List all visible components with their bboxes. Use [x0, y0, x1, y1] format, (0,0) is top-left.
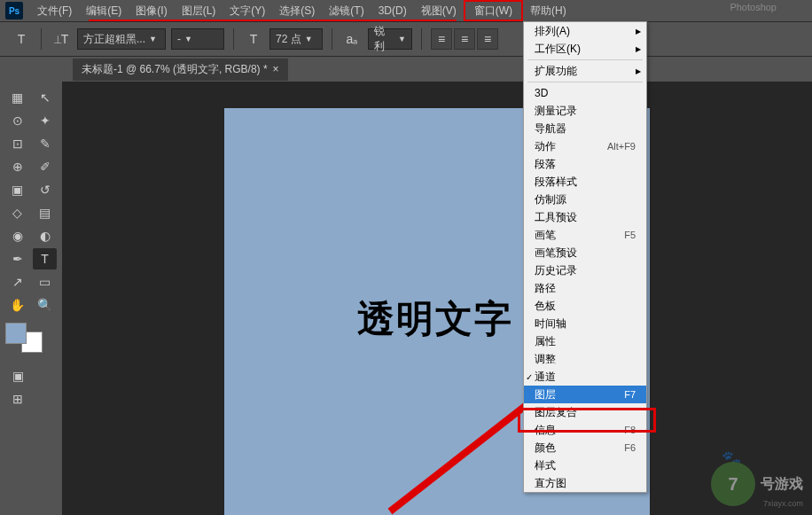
eraser-tool[interactable]: ◇ — [5, 202, 29, 223]
document-tab-bar: 未标题-1 @ 66.7% (透明文字, RGB/8) * × — [0, 57, 812, 82]
font-family-dropdown[interactable]: 方正超粗黑...▼ — [77, 28, 166, 50]
brush-tool[interactable]: ✐ — [33, 156, 57, 177]
font-family-label: 方正超粗黑... — [83, 32, 145, 47]
menu-history[interactable]: 历史记录 — [524, 261, 646, 279]
menu-brush[interactable]: 画笔F5 — [524, 226, 646, 244]
toolbox: ▦↖ ⊙✦ ⊡✎ ⊕✐ ▣↺ ◇▤ ◉◐ ✒T ↗▭ ✋🔍 ▣ ⊞ — [0, 82, 62, 515]
stamp-tool[interactable]: ▣ — [5, 179, 29, 200]
app-label: Photoshop — [730, 2, 777, 12]
close-icon[interactable]: × — [273, 63, 279, 75]
path-tool[interactable]: ↗ — [5, 271, 29, 293]
menu-tool-presets[interactable]: 工具预设 — [524, 208, 646, 226]
font-size-dropdown[interactable]: 72 点▼ — [269, 28, 323, 50]
watermark-text: 号游戏 — [761, 475, 803, 494]
text-orientation-icon[interactable]: ⟂T — [51, 28, 72, 50]
zoom-tool[interactable]: 🔍 — [33, 294, 57, 316]
history-brush-tool[interactable]: ↺ — [33, 179, 57, 200]
menu-properties[interactable]: 属性 — [524, 332, 646, 350]
move-tool[interactable]: ▦ — [5, 87, 29, 108]
menu-measurement[interactable]: 测量记录 — [524, 102, 646, 120]
eyedropper-tool[interactable]: ✎ — [33, 133, 57, 154]
screenmode-tool[interactable]: ⊞ — [5, 388, 30, 410]
menu-swatches[interactable]: 色板 — [524, 297, 646, 315]
font-style-label: - — [177, 33, 181, 45]
blur-tool[interactable]: ◉ — [5, 225, 29, 246]
menu-3d-panel[interactable]: 3D — [524, 84, 646, 102]
shape-tool[interactable]: ▭ — [33, 271, 57, 293]
tool-indicator-icon[interactable]: T — [11, 28, 32, 50]
watermark-logo: 7 — [711, 462, 755, 506]
dodge-tool[interactable]: ◐ — [33, 225, 57, 246]
selection-tool[interactable]: ↖ — [33, 87, 57, 108]
menu-window[interactable]: 窗口(W) — [464, 0, 523, 21]
menu-extensions[interactable]: 扩展功能 — [524, 62, 646, 80]
wand-tool[interactable]: ✦ — [33, 110, 57, 131]
workspace: ▦↖ ⊙✦ ⊡✎ ⊕✐ ▣↺ ◇▤ ◉◐ ✒T ↗▭ ✋🔍 ▣ ⊞ 透明文字 — [0, 82, 812, 515]
menubar: Ps 文件(F) 编辑(E) 图像(I) 图层(L) 文字(Y) 选择(S) 滤… — [0, 0, 812, 21]
align-left-button[interactable]: ≡ — [431, 28, 452, 50]
menu-styles[interactable]: 样式 — [524, 456, 646, 474]
menu-3d[interactable]: 3D(D) — [371, 0, 414, 21]
lasso-tool[interactable]: ⊙ — [5, 110, 29, 131]
menu-clonesource[interactable]: 仿制源 — [524, 191, 646, 208]
document-tab-title: 未标题-1 @ 66.7% (透明文字, RGB/8) * — [82, 62, 268, 77]
menu-select[interactable]: 选择(S) — [272, 0, 322, 21]
menu-layercomps[interactable]: 图层复合 — [524, 403, 646, 421]
menu-actions[interactable]: 动作Alt+F9 — [524, 137, 646, 155]
watermark: 🐾 7 号游戏 7xiayx.com — [711, 462, 803, 506]
menu-filter[interactable]: 滤镜(T) — [322, 0, 371, 21]
gradient-tool[interactable]: ▤ — [33, 202, 57, 223]
app-logo: Ps — [5, 2, 23, 20]
menu-type[interactable]: 文字(Y) — [223, 0, 272, 21]
menu-layer[interactable]: 图层(L) — [175, 0, 223, 21]
menu-paths[interactable]: 路径 — [524, 279, 646, 297]
font-size-label: 72 点 — [276, 32, 301, 47]
menu-file[interactable]: 文件(F) — [30, 0, 79, 21]
crop-tool[interactable]: ⊡ — [5, 133, 29, 154]
menu-timeline[interactable]: 时间轴 — [524, 315, 646, 332]
color-swatches[interactable] — [5, 323, 46, 355]
document-tab[interactable]: 未标题-1 @ 66.7% (透明文字, RGB/8) * × — [73, 59, 288, 81]
menu-info[interactable]: 信息F8 — [524, 421, 646, 439]
window-dropdown-menu: 排列(A) 工作区(K) 扩展功能 3D 测量记录 导航器 动作Alt+F9 段… — [523, 21, 647, 493]
size-icon: T — [243, 28, 264, 50]
align-right-button[interactable]: ≡ — [477, 28, 498, 50]
hand-tool[interactable]: ✋ — [5, 294, 29, 316]
font-style-dropdown[interactable]: -▼ — [171, 28, 224, 50]
options-bar: T ⟂T 方正超粗黑...▼ -▼ T 72 点▼ aₐ 锐利▼ ≡ ≡ ≡ — [0, 21, 812, 57]
menu-workspace[interactable]: 工作区(K) — [524, 40, 646, 58]
menu-image[interactable]: 图像(I) — [129, 0, 174, 21]
heal-tool[interactable]: ⊕ — [5, 156, 29, 177]
antialias-label: 锐利 — [374, 24, 394, 54]
menu-histogram[interactable]: 直方图 — [524, 474, 646, 492]
menu-brush-presets[interactable]: 画笔预设 — [524, 244, 646, 261]
menu-paragraph[interactable]: 段落 — [524, 155, 646, 173]
menu-layers[interactable]: 图层F7 — [524, 386, 646, 403]
menu-channels[interactable]: 通道 — [524, 368, 646, 386]
antialias-icon: aₐ — [341, 28, 363, 50]
pen-tool[interactable]: ✒ — [5, 248, 29, 269]
canvas-area: 透明文字 — [62, 82, 812, 515]
menu-edit[interactable]: 编辑(E) — [79, 0, 129, 21]
menu-color[interactable]: 颜色F6 — [524, 439, 646, 456]
foreground-swatch[interactable] — [5, 323, 27, 344]
text-align-group: ≡ ≡ ≡ — [431, 28, 498, 50]
align-center-button[interactable]: ≡ — [454, 28, 475, 50]
menu-adjustments[interactable]: 调整 — [524, 350, 646, 368]
quickmask-tool[interactable]: ▣ — [5, 365, 30, 386]
menu-paragraph-styles[interactable]: 段落样式 — [524, 173, 646, 191]
watermark-url: 7xiayx.com — [763, 499, 803, 508]
annotation-underline — [89, 20, 457, 21]
menu-help[interactable]: 帮助(H) — [523, 0, 574, 21]
type-tool[interactable]: T — [33, 248, 57, 269]
menu-view[interactable]: 视图(V) — [414, 0, 464, 21]
menu-arrange[interactable]: 排列(A) — [524, 22, 646, 40]
canvas-text-layer[interactable]: 透明文字 — [357, 294, 513, 344]
antialias-dropdown[interactable]: 锐利▼ — [368, 28, 412, 50]
menu-navigator[interactable]: 导航器 — [524, 120, 646, 137]
